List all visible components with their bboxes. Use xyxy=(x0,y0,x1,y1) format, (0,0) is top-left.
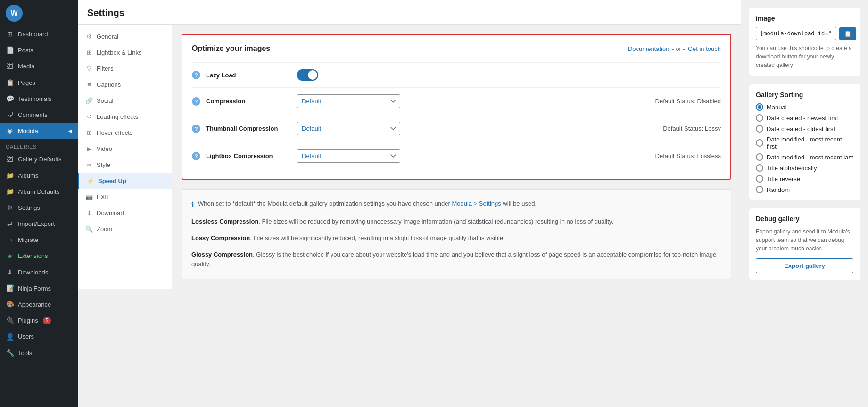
debug-title: Debug gallery xyxy=(756,215,853,223)
video-tab-icon: ▶ xyxy=(85,145,93,152)
shortcode-row: 📋 xyxy=(756,27,853,40)
sorting-radio-group: Manual Date created - newest first Date … xyxy=(756,103,853,193)
sidebar-item-import-export[interactable]: ⇄ Import/Export xyxy=(0,216,78,232)
sidebar-item-extensions[interactable]: ★ Extensions xyxy=(0,248,78,264)
shortcode-desc: You can use this shortcode to create a d… xyxy=(756,44,853,69)
sidebar-item-gallery-defaults[interactable]: 🖼 Gallery Defaults xyxy=(0,151,78,167)
info-note: ℹ When set to *default* the Modula defau… xyxy=(191,199,721,210)
modula-arrow-icon: ◀ xyxy=(68,128,72,134)
style-tab-icon: ✏ xyxy=(85,161,93,168)
exif-tab-icon: 📷 xyxy=(85,193,93,200)
social-tab-icon: 🔗 xyxy=(85,97,93,104)
tab-video[interactable]: ▶ Video xyxy=(78,141,172,157)
radio-dot-title-reverse xyxy=(756,175,763,183)
dashboard-icon: ⊞ xyxy=(6,30,14,39)
lightbox-compression-select[interactable]: Default Lossless Lossy Glossy xyxy=(297,149,400,163)
sidebar-item-downloads[interactable]: ⬇ Downloads xyxy=(0,265,78,281)
sidebar-item-testimonials[interactable]: 💬 Testimonials xyxy=(0,91,78,107)
documentation-link[interactable]: Documentation xyxy=(628,45,669,52)
sidebar-item-album-defaults[interactable]: 📁 Album Defaults xyxy=(0,184,78,200)
album-defaults-icon: 📁 xyxy=(6,188,14,196)
radio-item-manual[interactable]: Manual xyxy=(756,103,853,111)
tab-style[interactable]: ✏ Style xyxy=(78,157,172,173)
center-panel: Settings ⚙ General ⊞ Lightbox & Links ▽ xyxy=(78,0,741,407)
thumbnail-compression-label: Thumbnail Compression xyxy=(206,125,291,132)
tab-zoom[interactable]: 🔍 Zoom xyxy=(78,221,172,237)
sidebar-item-posts[interactable]: 📄 Posts xyxy=(0,42,78,58)
speed-up-tab-icon: ⚡ xyxy=(87,177,94,184)
shortcode-input[interactable] xyxy=(756,27,836,40)
users-icon: 👤 xyxy=(6,332,14,341)
lightbox-compression-help-icon[interactable]: ? xyxy=(192,152,200,160)
thumbnail-compression-control: Default Lossless Lossy Glossy xyxy=(297,122,652,135)
sidebar-item-settings[interactable]: ⚙ Settings xyxy=(0,200,78,216)
radio-dot-date-newest xyxy=(756,114,763,122)
radio-item-date-newest[interactable]: Date created - newest first xyxy=(756,114,853,122)
tab-captions[interactable]: ≡ Captions xyxy=(78,76,172,92)
radio-item-date-oldest[interactable]: Date created - oldest first xyxy=(756,125,853,133)
gallery-sorting-title: Gallery Sorting xyxy=(756,91,853,99)
settings-title: Settings xyxy=(87,8,124,18)
radio-item-random[interactable]: Random xyxy=(756,186,853,193)
media-icon: 🖼 xyxy=(6,62,14,71)
sidebar-item-ninja-forms[interactable]: 📝 Ninja Forms xyxy=(0,281,78,297)
loading-effects-tab-icon: ↺ xyxy=(85,113,93,120)
contact-link[interactable]: Get in touch xyxy=(688,45,721,52)
tab-exif[interactable]: 📷 EXIF xyxy=(78,189,172,205)
sidebar-item-users[interactable]: 👤 Users xyxy=(0,329,78,345)
modula-settings-link[interactable]: Modula > Settings xyxy=(452,200,501,207)
zoom-tab-icon: 🔍 xyxy=(85,225,93,233)
radio-dot-random xyxy=(756,186,763,193)
sidebar-item-migrate[interactable]: ⇒ Migrate xyxy=(0,232,78,248)
sidebar-item-dashboard[interactable]: ⊞ Dashboard xyxy=(0,26,78,42)
compression-control: Default Lossless Lossy Glossy xyxy=(297,94,644,108)
tab-download[interactable]: ⬇ Download xyxy=(78,205,172,221)
tab-social[interactable]: 🔗 Social xyxy=(78,92,172,108)
comments-icon: 🗨 xyxy=(6,111,14,119)
shortcode-card-title: image xyxy=(756,15,853,22)
copy-icon: 📋 xyxy=(844,30,851,37)
sidebar-item-albums[interactable]: 📁 Albums xyxy=(0,168,78,184)
wp-logo: W xyxy=(0,0,78,26)
sidebar-item-plugins[interactable]: 🔌 Plugins 5 xyxy=(0,313,78,329)
compression-select[interactable]: Default Lossless Lossy Glossy xyxy=(297,94,400,108)
galleries-section-label: Galleries xyxy=(0,139,78,151)
plugins-badge: 5 xyxy=(43,317,51,324)
debug-desc: Export gallery and send it to Modula's s… xyxy=(756,227,853,253)
thumbnail-compression-help-icon[interactable]: ? xyxy=(192,125,200,133)
tab-hover-effects[interactable]: ⊞ Hover effects xyxy=(78,125,172,141)
sidebar-item-comments[interactable]: 🗨 Comments xyxy=(0,107,78,123)
shortcode-card: image 📋 You can use this shortcode to cr… xyxy=(749,8,860,76)
sidebar-item-modula[interactable]: ◉ Modula ◀ xyxy=(0,123,78,139)
thumbnail-compression-select[interactable]: Default Lossless Lossy Glossy xyxy=(297,122,400,135)
lossless-info-row: Lossless Compression. File sizes will be… xyxy=(191,217,721,227)
settings-layout: ⚙ General ⊞ Lightbox & Links ▽ Filters ≡… xyxy=(78,25,741,289)
radio-item-modified-last[interactable]: Date modified - most recent last xyxy=(756,153,853,161)
sidebar-item-pages[interactable]: 📋 Pages xyxy=(0,75,78,91)
gallery-sorting-card: Gallery Sorting Manual Date created - ne… xyxy=(749,84,860,200)
settings-icon: ⚙ xyxy=(6,204,14,212)
toggle-knob xyxy=(308,70,317,80)
optimize-header: Optimize your images Documentation - or … xyxy=(192,44,721,53)
tab-loading-effects[interactable]: ↺ Loading effects xyxy=(78,108,172,125)
optimize-title: Optimize your images xyxy=(192,44,270,53)
radio-item-title-reverse[interactable]: Title reverse xyxy=(756,175,853,183)
sidebar-item-tools[interactable]: 🔧 Tools xyxy=(0,345,78,361)
settings-content: Optimize your images Documentation - or … xyxy=(172,25,741,289)
sidebar-item-media[interactable]: 🖼 Media xyxy=(0,58,78,75)
lazy-load-help-icon[interactable]: ? xyxy=(192,71,200,79)
export-gallery-button[interactable]: Export gallery xyxy=(756,258,853,273)
lazy-load-toggle[interactable] xyxy=(297,69,318,81)
radio-item-modified-recent[interactable]: Date modified - most recent first xyxy=(756,136,853,150)
radio-item-title-alpha[interactable]: Title alphabetically xyxy=(756,164,853,172)
tab-filters[interactable]: ▽ Filters xyxy=(78,60,172,76)
compression-help-icon[interactable]: ? xyxy=(192,97,200,106)
sidebar-item-appearance[interactable]: 🎨 Appearance xyxy=(0,297,78,313)
captions-tab-icon: ≡ xyxy=(85,81,93,88)
tab-speed-up[interactable]: ⚡ Speed Up xyxy=(78,173,172,189)
copy-button[interactable]: 📋 xyxy=(839,27,856,40)
thumbnail-compression-row: ? Thumbnail Compression Default Lossless… xyxy=(192,115,721,142)
tab-lightbox[interactable]: ⊞ Lightbox & Links xyxy=(78,44,172,60)
lightbox-compression-status: Default Status: Lossless xyxy=(655,152,721,159)
tab-general[interactable]: ⚙ General xyxy=(78,28,172,44)
